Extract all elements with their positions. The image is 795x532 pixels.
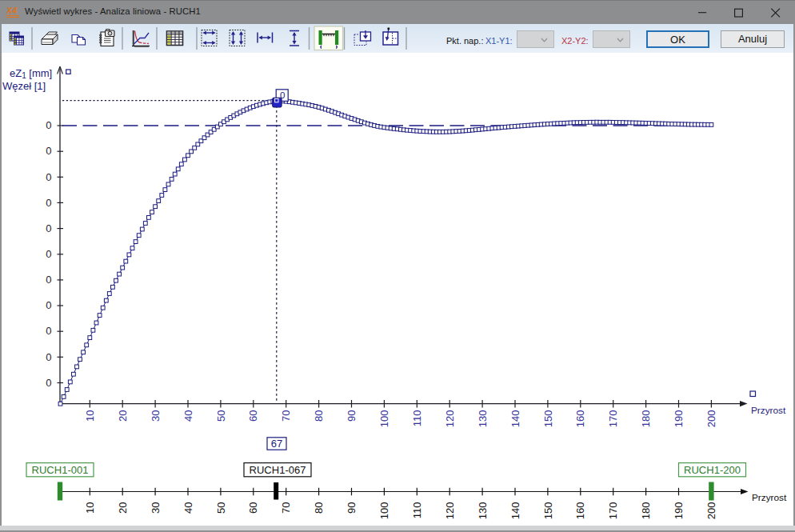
svg-text:0: 0 — [46, 299, 51, 311]
svg-text:Węzeł [1]: Węzeł [1] — [2, 80, 46, 92]
svg-text:170: 170 — [607, 410, 619, 428]
svg-text:Przyrost: Przyrost — [751, 405, 786, 416]
svg-text:30: 30 — [150, 502, 162, 514]
svg-text:140: 140 — [509, 502, 521, 520]
svg-text:130: 130 — [477, 502, 489, 520]
svg-text:0: 0 — [46, 171, 51, 183]
svg-text:67: 67 — [271, 438, 282, 450]
svg-text:0: 0 — [46, 325, 51, 337]
svg-text:140: 140 — [509, 410, 521, 428]
svg-text:RUCH1-001: RUCH1-001 — [32, 464, 89, 476]
svg-text:0: 0 — [46, 377, 51, 389]
svg-text:190: 190 — [673, 502, 685, 520]
svg-text:0: 0 — [46, 197, 51, 209]
svg-text:50: 50 — [215, 410, 227, 422]
svg-text:110: 110 — [411, 502, 423, 519]
svg-text:0: 0 — [46, 274, 51, 286]
svg-text:120: 120 — [444, 410, 456, 428]
svg-text:0: 0 — [46, 248, 51, 260]
svg-text:50: 50 — [215, 502, 227, 514]
svg-text:0: 0 — [46, 145, 51, 157]
svg-text:30: 30 — [150, 410, 162, 422]
svg-text:Przyrost: Przyrost — [752, 492, 787, 503]
svg-text:120: 120 — [444, 502, 456, 520]
svg-text:180: 180 — [640, 410, 652, 428]
svg-text:160: 160 — [574, 410, 586, 428]
svg-text:0: 0 — [46, 222, 51, 234]
svg-text:40: 40 — [182, 502, 194, 514]
svg-text:80: 80 — [313, 410, 325, 422]
svg-text:110: 110 — [411, 410, 423, 427]
svg-text:0: 0 — [46, 119, 51, 131]
svg-text:70: 70 — [280, 410, 292, 422]
svg-text:10: 10 — [84, 502, 96, 514]
svg-text:RUCH1-200: RUCH1-200 — [684, 464, 741, 476]
svg-text:130: 130 — [477, 410, 489, 428]
svg-text:100: 100 — [378, 410, 390, 428]
svg-text:RUCH1-067: RUCH1-067 — [250, 464, 306, 476]
svg-text:70: 70 — [280, 502, 292, 514]
svg-text:40: 40 — [182, 410, 194, 422]
svg-text:60: 60 — [247, 502, 259, 514]
svg-text:200: 200 — [705, 410, 717, 428]
svg-text:eZ1 [mm]: eZ1 [mm] — [10, 67, 52, 81]
svg-text:20: 20 — [117, 410, 129, 422]
svg-text:90: 90 — [346, 502, 358, 514]
svg-text:200: 200 — [705, 502, 717, 520]
svg-text:160: 160 — [574, 502, 586, 520]
svg-text:150: 150 — [542, 410, 554, 428]
svg-text:80: 80 — [313, 502, 325, 514]
svg-text:180: 180 — [640, 502, 652, 520]
svg-text:10: 10 — [84, 410, 96, 422]
svg-text:100: 100 — [378, 502, 390, 520]
svg-text:150: 150 — [542, 502, 554, 520]
svg-text:60: 60 — [247, 410, 259, 422]
svg-text:20: 20 — [117, 502, 129, 514]
svg-text:170: 170 — [607, 502, 619, 520]
svg-text:90: 90 — [346, 410, 358, 422]
svg-text:0: 0 — [46, 351, 51, 363]
svg-text:190: 190 — [673, 410, 685, 428]
